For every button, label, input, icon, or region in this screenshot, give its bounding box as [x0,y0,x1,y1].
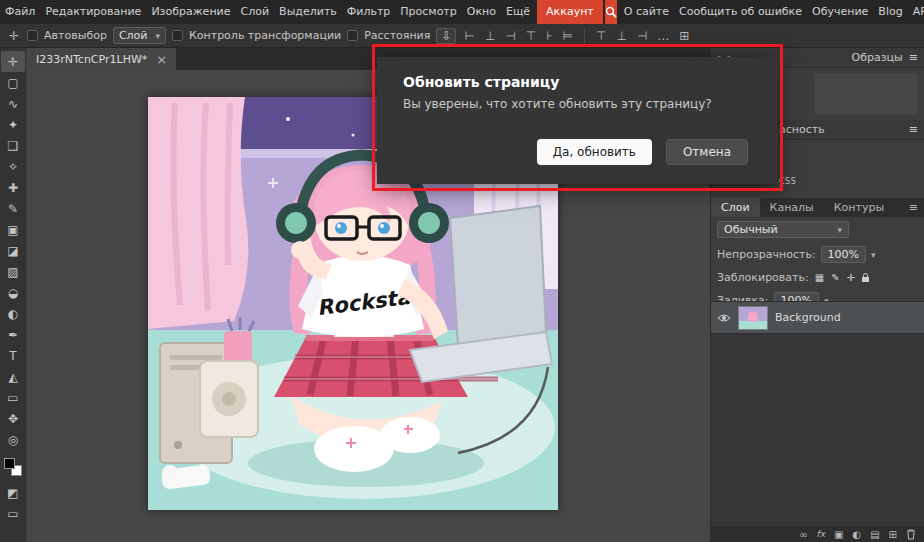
quick-mask-icon[interactable]: ◩ [1,482,25,503]
account-button[interactable]: Аккаунт [537,0,603,24]
align-right-icon[interactable]: ⊣ [503,29,517,43]
clone-stamp-tool[interactable]: ▣ [1,219,25,240]
confirm-refresh-button[interactable]: Да, обновить [537,139,652,165]
new-layer-icon[interactable]: ⊞ [889,529,897,540]
transform-controls-checkbox[interactable] [172,30,183,41]
visibility-eye-icon[interactable] [717,313,731,323]
more-options-button[interactable]: … [655,29,671,43]
dodge-tool[interactable]: ◐ [1,303,25,324]
menu-image[interactable]: Изображение [146,0,235,24]
menu-filter[interactable]: Фильтр [342,0,396,24]
type-tool[interactable]: T [1,345,25,366]
refresh-dialog: Обновить страницу Вы уверены, что хотите… [377,57,778,184]
opacity-chevron-icon[interactable]: ▾ [871,250,876,260]
swatches-menu-icon[interactable]: ≡ [909,51,918,64]
css-button[interactable]: CSS [779,177,796,186]
menu-view[interactable]: Просмотр [395,0,461,24]
autoselect-checkbox[interactable] [27,30,38,41]
layer-row-background[interactable]: Background [711,302,924,334]
color-swatches[interactable] [4,458,22,476]
healing-tool[interactable]: ✚ [1,177,25,198]
transform-controls-label: Контроль трансформации [189,29,341,42]
layer-select-dropdown[interactable]: Слой ▾ [113,27,166,44]
align-left-icon[interactable]: ⊢ [462,29,476,43]
align-vcenter-icon[interactable]: ⊥ [483,29,497,43]
link-api[interactable]: API [908,0,924,24]
swatch-grid[interactable] [815,73,918,115]
lock-all-icon[interactable] [861,272,870,283]
align-bottom-icon[interactable]: ⊨ [561,29,575,43]
search-button[interactable] [605,0,617,24]
tab-channels[interactable]: Каналы [760,198,824,217]
eraser-tool[interactable]: ◪ [1,240,25,261]
second-panel-menu-icon[interactable]: ≡ [909,123,918,136]
menu-more[interactable]: Ещё [501,0,535,24]
hand-tool[interactable]: ✥ [1,408,25,429]
lock-pixels-icon[interactable]: ✎ [830,272,840,283]
lock-position-icon[interactable]: ✛ [846,272,856,283]
link-report-bug[interactable]: Сообщить об ошибке [674,0,807,24]
tools-sidebar: ✛ ▢ ∿ ✦ ❑ ✧ ✚ ✎ ▣ ◪ ▨ ◒ ◐ ✒ T ◭ ▭ ✥ ◎ ◩ … [0,48,27,542]
opacity-input[interactable]: 100% [821,246,866,263]
layers-panel-tabs: Слои Каналы Контуры ≡ [711,198,924,217]
tab-paths[interactable]: Контуры [824,198,894,217]
chevron-down-icon: ▾ [837,225,842,235]
align-hcenter-icon[interactable]: ⊦ [544,29,554,43]
menu-edit[interactable]: Редактирование [40,0,146,24]
link-learn[interactable]: Обучение [807,0,873,24]
search-icon [605,6,617,18]
layers-panel: Слои Каналы Контуры ≡ Обычный ▾ Непрозра… [711,198,924,542]
dialog-title: Обновить страницу [377,57,778,97]
document-tab-title: I233rNTcnCPr1LHW* [36,53,147,66]
cancel-button[interactable]: Отмена [666,139,748,165]
screen-mode-icon[interactable]: ▭ [1,503,25,524]
path-select-tool[interactable]: ◭ [1,366,25,387]
close-tab-icon[interactable]: × [156,53,167,66]
options-bar: ✛ Автовыбор Слой ▾ Контроль трансформаци… [0,24,924,48]
menu-file[interactable]: Файл [0,0,40,24]
link-about[interactable]: О сайте [619,0,674,24]
marquee-tool[interactable]: ▢ [1,72,25,93]
layer-name: Background [775,311,841,324]
photopea-window: Файл Редактирование Изображение Слой Выд… [0,0,924,542]
pen-tool[interactable]: ✒ [1,324,25,345]
grid-snap-icon[interactable]: ⊞ [677,29,691,43]
distances-checkbox[interactable] [347,30,358,41]
delete-layer-icon[interactable] [906,529,916,540]
distribute-bottom-icon[interactable]: ⊣ [635,29,649,43]
menu-select[interactable]: Выделить [274,0,342,24]
distribute-vcenter-icon[interactable]: ⊥ [614,29,628,43]
chevron-down-icon: ▾ [155,31,160,41]
foreground-color-swatch[interactable] [4,458,15,469]
menu-window[interactable]: Окно [462,0,501,24]
blend-mode-select[interactable]: Обычный ▾ [717,221,849,238]
brush-tool[interactable]: ✎ [1,198,25,219]
menu-layer[interactable]: Слой [236,0,275,24]
magic-wand-tool[interactable]: ✦ [1,114,25,135]
layer-effects-icon[interactable]: fx [816,529,825,539]
link-layers-icon[interactable]: ∞ [799,529,807,540]
crop-tool[interactable]: ❑ [1,135,25,156]
eyedropper-tool[interactable]: ✧ [1,156,25,177]
lock-transparency-icon[interactable]: ▦ [814,272,825,283]
new-group-icon[interactable]: ▤ [870,529,879,540]
link-blog[interactable]: Blog [873,0,907,24]
blur-tool[interactable]: ◒ [1,282,25,303]
layers-menu-icon[interactable]: ≡ [903,198,924,217]
gradient-tool[interactable]: ▨ [1,261,25,282]
document-tab[interactable]: I233rNTcnCPr1LHW* × [27,48,176,70]
adjustment-layer-icon[interactable]: ◐ [852,529,861,540]
layer-select-value: Слой [119,29,148,42]
layer-mask-icon[interactable]: ▣ [834,529,843,540]
zoom-tool[interactable]: ◎ [1,429,25,450]
tab-layers[interactable]: Слои [711,198,760,217]
shape-tool[interactable]: ▭ [1,387,25,408]
panel-title-fragment: асность [779,123,825,136]
lasso-tool[interactable]: ∿ [1,93,25,114]
layer-list: Background [711,301,924,526]
layer-thumbnail[interactable] [738,306,768,330]
align-top-icon[interactable]: ⊤ [524,29,538,43]
move-tool[interactable]: ✛ [1,51,25,72]
distribute-top-icon[interactable]: ⊤ [594,29,608,43]
distribute-button[interactable]: ⇩ [436,28,456,44]
